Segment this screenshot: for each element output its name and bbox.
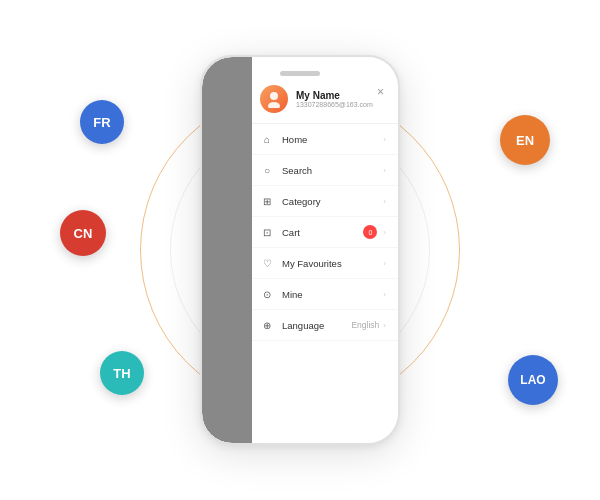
menu-icon-search: ○: [260, 163, 274, 177]
menu-arrow-language: ›: [383, 321, 386, 330]
scene: Fon × My Name: [0, 0, 600, 500]
lang-badge-lao[interactable]: LAO: [508, 355, 558, 405]
menu-label-mine: Mine: [282, 289, 383, 300]
menu-label-search: Search: [282, 165, 383, 176]
menu-icon-home: ⌂: [260, 132, 274, 146]
menu-item-search[interactable]: ○Search›: [252, 155, 398, 186]
menu-icon-category: ⊞: [260, 194, 274, 208]
menu-item-favourites[interactable]: ♡My Favourites›: [252, 248, 398, 279]
menu-arrow-mine: ›: [383, 290, 386, 299]
menu-arrow-category: ›: [383, 197, 386, 206]
menu-label-language: Language: [282, 320, 351, 331]
menu-badge-cart: 0: [363, 225, 377, 239]
sidebar-panel: [202, 57, 252, 443]
user-name: My Name: [296, 90, 373, 101]
menu-item-home[interactable]: ⌂Home›: [252, 124, 398, 155]
menu-icon-favourites: ♡: [260, 256, 274, 270]
menu-label-home: Home: [282, 134, 383, 145]
phone-speaker: [280, 71, 320, 76]
menu-label-cart: Cart: [282, 227, 363, 238]
menu-arrow-cart: ›: [383, 228, 386, 237]
menu-item-mine[interactable]: ⊙Mine›: [252, 279, 398, 310]
menu-list: ⌂Home›○Search›⊞Category›⊡Cart0›♡My Favou…: [252, 124, 398, 443]
svg-point-0: [270, 92, 278, 100]
lang-badge-en[interactable]: EN: [500, 115, 550, 165]
svg-point-1: [268, 102, 280, 108]
menu-label-favourites: My Favourites: [282, 258, 383, 269]
menu-item-language[interactable]: ⊕LanguageEnglish›: [252, 310, 398, 341]
menu-label-category: Category: [282, 196, 383, 207]
avatar: [260, 85, 288, 113]
lang-badge-th[interactable]: TH: [100, 351, 144, 395]
user-email: 13307288665@163.com: [296, 101, 373, 108]
menu-icon-mine: ⊙: [260, 287, 274, 301]
content-panel: × My Name 13307288665@163.com: [252, 57, 398, 443]
lang-badge-fr[interactable]: FR: [80, 100, 124, 144]
menu-icon-language: ⊕: [260, 318, 274, 332]
menu-item-cart[interactable]: ⊡Cart0›: [252, 217, 398, 248]
menu-value-language: English: [351, 320, 379, 330]
menu-arrow-search: ›: [383, 166, 386, 175]
lang-badge-cn[interactable]: CN: [60, 210, 106, 256]
close-button[interactable]: ×: [377, 85, 384, 99]
menu-item-category[interactable]: ⊞Category›: [252, 186, 398, 217]
menu-arrow-home: ›: [383, 135, 386, 144]
menu-icon-cart: ⊡: [260, 225, 274, 239]
phone-screen: × My Name 13307288665@163.com: [202, 57, 398, 443]
phone: × My Name 13307288665@163.com: [200, 55, 400, 445]
menu-arrow-favourites: ›: [383, 259, 386, 268]
user-info: My Name 13307288665@163.com: [296, 90, 373, 108]
